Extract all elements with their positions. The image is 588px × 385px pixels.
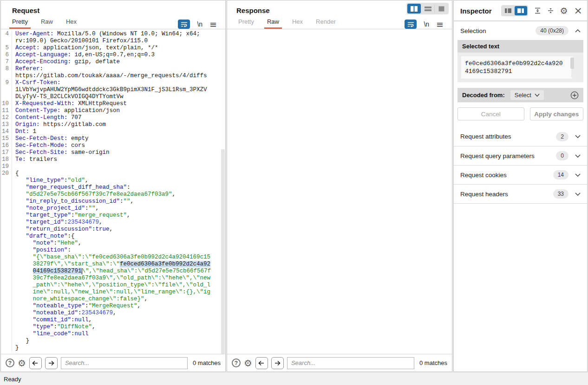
code-line: 17Sec-Fetch-Site: same-origin: [1, 149, 225, 156]
tab-pretty[interactable]: Pretty: [232, 15, 261, 29]
dock-right-icon[interactable]: [515, 6, 527, 15]
chevron-down-icon: [575, 192, 581, 196]
section-label: Request query parameters: [460, 153, 535, 159]
section-request-query-parameters[interactable]: Request query parameters0: [454, 146, 587, 165]
hamburger-icon[interactable]: ≡: [436, 20, 444, 29]
hamburger-icon[interactable]: ≡: [209, 20, 217, 29]
gear-icon[interactable]: ⚙: [244, 358, 252, 368]
find-prev-button[interactable]: [29, 357, 42, 369]
line-number: [1, 198, 12, 205]
line-number: [1, 240, 12, 247]
response-tabs: PrettyRawHexRender: [232, 15, 342, 29]
find-next-button[interactable]: [45, 357, 58, 369]
code-line: "type":"DiffNote",: [1, 324, 225, 331]
rows-view-icon[interactable]: [421, 4, 434, 13]
line-number: 8: [1, 66, 12, 73]
newline-toggle[interactable]: \n: [197, 20, 203, 28]
line-number: [1, 191, 12, 198]
tab-pretty[interactable]: Pretty: [6, 15, 34, 29]
close-icon[interactable]: ×: [574, 7, 582, 15]
response-match-count: 0 matches: [418, 359, 447, 366]
code-line: 4User-Agent: Mozilla/5.0 (Windows NT 10.…: [1, 31, 225, 38]
code-line: }: [1, 338, 225, 345]
code-line: 20{: [1, 170, 225, 177]
section-request-attributes[interactable]: Request attributes2: [454, 127, 587, 146]
line-number: [1, 289, 12, 296]
code-line: "merge_request_diff_head_sha":: [1, 184, 225, 191]
code-line: https://gitlab.com/toukak/aaaa/-/merge_r…: [1, 73, 225, 80]
app-window: Request PrettyRawHex \n ≡ 4User-Agent: M…: [0, 0, 588, 373]
gear-icon[interactable]: ⚙: [18, 358, 26, 368]
line-number: 19: [1, 163, 12, 170]
section-request-cookies[interactable]: Request cookies14: [454, 165, 587, 184]
tab-hex[interactable]: Hex: [286, 15, 309, 29]
chevron-up-icon: [575, 29, 581, 33]
line-number: [1, 282, 12, 289]
inspector-settings-icon[interactable]: ⚙: [560, 7, 568, 15]
line-number: [1, 268, 12, 275]
section-badge: 2: [556, 132, 568, 141]
line-number: [1, 212, 12, 219]
line-number: [1, 254, 12, 261]
layout-toggle: [406, 3, 449, 14]
tab-hex[interactable]: Hex: [59, 15, 83, 29]
line-number: [1, 331, 12, 338]
chevron-down-icon: [575, 135, 581, 138]
selected-text-scrollbar[interactable]: [571, 57, 575, 78]
code-line: 38279f\",\"start_sha\":\"fe0ced6306a3fe0…: [1, 261, 225, 268]
code-line: "line_code":null: [1, 331, 225, 338]
request-title: Request: [1, 0, 225, 15]
dock-left-icon[interactable]: [502, 6, 515, 15]
tab-raw[interactable]: Raw: [34, 15, 59, 29]
section-request-headers[interactable]: Request headers33: [454, 184, 587, 203]
find-prev-button[interactable]: [255, 357, 268, 369]
line-number: [1, 261, 12, 268]
single-view-icon[interactable]: [434, 4, 448, 13]
request-search-input[interactable]: [61, 357, 188, 369]
response-content[interactable]: [227, 29, 452, 354]
line-number: [1, 303, 12, 310]
collapse-all-icon[interactable]: [547, 7, 554, 14]
newline-toggle[interactable]: \n: [424, 20, 429, 28]
section-badge: 14: [553, 170, 568, 179]
code-line: 15Sec-Fetch-Dest: empty: [1, 135, 225, 142]
code-line: "draft_note":{: [1, 233, 225, 240]
columns-view-icon[interactable]: [407, 4, 421, 13]
tab-raw[interactable]: Raw: [261, 15, 286, 29]
code-line: 19: [1, 163, 225, 170]
help-icon[interactable]: ?: [6, 358, 14, 367]
decoded-from-select[interactable]: Select: [510, 90, 544, 100]
code-line: "noteable_type":"MergeRequest",: [1, 303, 225, 310]
code-line: 10X-Requested-With: XMLHttpRequest: [1, 100, 225, 107]
line-number: [1, 345, 12, 352]
request-panel: Request PrettyRawHex \n ≡ 4User-Agent: M…: [0, 0, 226, 372]
selection-section-header[interactable]: Selection 40 (0x28): [454, 21, 587, 40]
request-scrollbar-thumb[interactable]: [221, 149, 225, 354]
line-number: [1, 324, 12, 331]
apply-changes-button[interactable]: Apply changes: [530, 107, 583, 120]
cancel-button[interactable]: Cancel: [457, 107, 524, 120]
selection-label: Selection: [460, 27, 486, 34]
request-find-bar: ? ⚙ 0 matches: [1, 354, 225, 372]
response-search-input[interactable]: [287, 357, 414, 369]
inspector-dock-toggle: [501, 5, 528, 16]
request-tab-row: PrettyRawHex \n ≡: [1, 15, 225, 29]
expand-all-icon[interactable]: [534, 7, 541, 14]
line-number: 15: [1, 135, 12, 142]
request-scrollbar[interactable]: [221, 29, 225, 354]
find-next-button[interactable]: [271, 357, 284, 369]
tab-render[interactable]: Render: [309, 15, 342, 29]
chevron-down-icon: [575, 173, 581, 177]
selected-text-value[interactable]: fe0ced6306a3fe0b992d2c4a9204169c15382791: [461, 56, 573, 79]
request-editor[interactable]: 4User-Agent: Mozilla/5.0 (Windows NT 10.…: [1, 29, 225, 354]
code-line: "{\"base_sha\":\"fe0ced6306a3fe0b992d2c4…: [1, 254, 225, 261]
help-icon[interactable]: ?: [232, 358, 241, 367]
code-line: "note_project_id":"",: [1, 205, 225, 212]
word-wrap-icon[interactable]: [405, 20, 417, 29]
section-label: Request cookies: [460, 172, 507, 179]
word-wrap-icon[interactable]: [178, 20, 190, 29]
add-decoding-icon[interactable]: [570, 91, 579, 100]
line-number: 5: [1, 45, 12, 52]
line-number: [1, 38, 12, 45]
code-line: 5Accept: application/json, text/plain, *…: [1, 45, 225, 52]
